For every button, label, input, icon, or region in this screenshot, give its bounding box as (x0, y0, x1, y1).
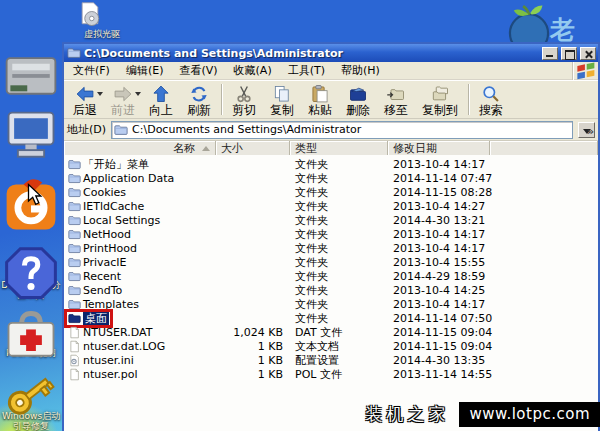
file-type: 文件夹 (290, 284, 388, 297)
toolbar-button[interactable]: 搜索 (472, 82, 510, 117)
file-name-wrap[interactable]: NTUSER.DAT (67, 326, 153, 339)
file-date: 2014-4-30 13:21 (388, 214, 490, 227)
page-icon (68, 340, 81, 353)
column-header[interactable]: 大小 (216, 141, 290, 155)
toolbar-separator (468, 84, 469, 115)
file-name-wrap[interactable]: SendTo (67, 284, 123, 297)
file-name-wrap[interactable]: NetHood (67, 228, 132, 241)
column-header[interactable]: 类型 (290, 141, 388, 155)
file-name-wrap[interactable]: Application Data (67, 172, 175, 185)
dropdown-arrow-icon[interactable] (135, 92, 141, 99)
close-button[interactable] (580, 47, 596, 60)
cut-icon (234, 84, 254, 104)
file-name-wrap[interactable]: PrintHood (67, 242, 138, 255)
toolbar-button-label: 搜索 (479, 104, 503, 117)
sort-ascending-icon (202, 146, 210, 151)
table-row[interactable]: 「开始」菜单 文件夹 2013-10-4 14:17 (64, 157, 598, 171)
toolbar-button[interactable]: 删除 (339, 82, 377, 117)
address-input[interactable]: C:\Documents and Settings\Administrator (111, 121, 573, 139)
table-row[interactable]: PrivacIE 文件夹 2013-10-4 15:55 (64, 255, 598, 269)
file-name-wrap[interactable]: 桌面 (67, 312, 110, 325)
file-type: 文件夹 (290, 186, 388, 199)
file-type: POL 文件 (290, 368, 388, 381)
desktop-icon[interactable] (1, 0, 61, 150)
toolbar-button[interactable]: 后退 (66, 82, 104, 117)
address-label: 地址(D) (67, 122, 106, 137)
column-header-label: 修改日期 (393, 141, 437, 155)
column-header[interactable] (490, 141, 598, 155)
folder-icon (68, 312, 81, 325)
file-name: Application Data (83, 172, 174, 185)
table-row[interactable]: Local Settings 文件夹 2014-4-30 13:21 (64, 213, 598, 227)
toolbar-button[interactable]: 复制 (263, 82, 301, 117)
file-name-wrap[interactable]: Local Settings (67, 214, 161, 227)
laomaotao-logo: 老 (504, 1, 575, 46)
toolbar-button[interactable]: 移至 (377, 82, 415, 117)
file-type: 文件夹 (290, 214, 388, 227)
menu-item[interactable]: 编辑(E) (118, 61, 172, 81)
toolbar-button[interactable]: 复制到 (415, 82, 465, 117)
table-row[interactable]: SendTo 文件夹 2013-10-4 14:25 (64, 283, 598, 297)
table-row[interactable]: NetHood 文件夹 2013-10-4 14:17 (64, 227, 598, 241)
menu-item[interactable]: 文件(F) (65, 61, 118, 81)
desktop-icon-label: 虚拟光驱 (84, 29, 120, 39)
file-name-wrap[interactable]: Templates (67, 298, 140, 311)
file-name-wrap[interactable]: ntuser.pol (67, 368, 139, 381)
menu-item[interactable]: 帮助(H) (333, 61, 388, 81)
desktop-icon-virtual-cdrom[interactable]: 虚拟光驱 (76, 1, 128, 39)
file-name-wrap[interactable]: ntuser.dat.LOG (67, 340, 166, 353)
desktop-icon[interactable]: 老毛桃PE一键装机 (1, 389, 61, 431)
toolbar-button[interactable]: 前进 (104, 82, 142, 117)
menu-item[interactable]: 收藏(A) (226, 61, 280, 81)
folder-icon (68, 270, 81, 283)
file-date: 2014-4-29 18:59 (388, 270, 490, 283)
toolbar-overflow-chevron[interactable]: » (587, 125, 594, 138)
column-header[interactable]: 修改日期 (388, 141, 490, 155)
file-name-wrap[interactable]: IETldCache (67, 200, 145, 213)
folder-icon (68, 242, 81, 255)
file-size: 1 KB (216, 340, 290, 353)
file-date: 2014-11-14 07:50 (388, 312, 490, 325)
file-name-wrap[interactable]: 「开始」菜单 (67, 158, 150, 171)
titlebar[interactable]: C:\Documents and Settings\Administrator (64, 44, 598, 62)
table-row[interactable]: ntuser.dat.LOG 1 KB 文本文档 2014-11-15 09:0… (64, 339, 598, 353)
table-row[interactable]: Application Data 文件夹 2014-11-14 07:47 (64, 171, 598, 185)
menu-item[interactable]: 查看(V) (171, 61, 225, 81)
windows-flag-logo-box (572, 62, 598, 80)
maximize-button[interactable] (561, 47, 577, 60)
table-row[interactable]: ntuser.ini 1 KB 配置设置 2014-4-30 13:35 (64, 353, 598, 367)
window-title: C:\Documents and Settings\Administrator (84, 47, 539, 60)
menu-bar: 文件(F)编辑(E)查看(V)收藏(A)工具(T)帮助(H) (64, 62, 598, 80)
file-name-wrap[interactable]: PrivacIE (67, 256, 128, 269)
table-row[interactable]: Recent 文件夹 2014-4-29 18:59 (64, 269, 598, 283)
file-name: Cookies (83, 186, 126, 199)
table-row[interactable]: NTUSER.DAT 1,024 KB DAT 文件 2014-11-15 09… (64, 325, 598, 339)
table-row[interactable]: 桌面 文件夹 2014-11-14 07:50 (64, 311, 598, 325)
copy-to-icon (430, 84, 450, 104)
table-row[interactable]: Templates 文件夹 2013-10-4 14:17 (64, 297, 598, 311)
watermark-brand: 装机之家 (366, 403, 450, 426)
toolbar-button[interactable]: 刷新 (180, 82, 218, 117)
table-row[interactable]: PrintHood 文件夹 2013-10-4 14:17 (64, 241, 598, 255)
toolbar-button[interactable]: 向上 (142, 82, 180, 117)
table-row[interactable]: Cookies 文件夹 2014-11-15 08:28 (64, 185, 598, 199)
column-header[interactable]: 名称 (64, 141, 216, 155)
hard-disk-icon (1, 0, 61, 150)
folder-icon (68, 158, 81, 171)
mouse-cursor-icon (26, 183, 43, 208)
file-type: 文件夹 (290, 172, 388, 185)
file-name-wrap[interactable]: Cookies (67, 186, 127, 199)
toolbar-button[interactable]: 粘贴 (301, 82, 339, 117)
dropdown-arrow-icon[interactable] (97, 92, 103, 99)
folder-icon (68, 200, 81, 213)
table-row[interactable]: IETldCache 文件夹 2013-10-4 14:27 (64, 199, 598, 213)
file-date: 2014-11-14 07:47 (388, 172, 490, 185)
menu-item[interactable]: 工具(T) (280, 61, 333, 81)
file-name: 「开始」菜单 (83, 158, 149, 171)
table-row[interactable]: ntuser.pol 1 KB POL 文件 2013-11-14 14:55 (64, 367, 598, 381)
file-name-wrap[interactable]: Recent (67, 270, 122, 283)
toolbar-button[interactable]: 剪切 (225, 82, 263, 117)
file-name: PrintHood (83, 242, 137, 255)
minimize-button[interactable] (542, 47, 558, 60)
file-name-wrap[interactable]: ntuser.ini (67, 354, 135, 367)
